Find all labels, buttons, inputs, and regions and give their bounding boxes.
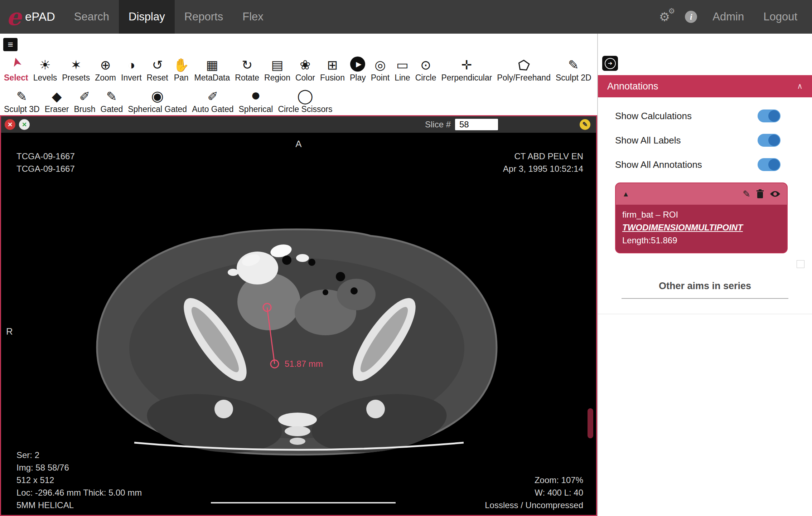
tool-poly-freehand[interactable]: Poly/Freehand <box>494 53 553 83</box>
annotation-name: firm_bat – ROI <box>622 208 780 221</box>
nav-logout[interactable]: Logout <box>754 0 807 34</box>
tool-levels[interactable]: ☀Levels <box>31 53 59 83</box>
patient-id: TCGA-09-1667 <box>16 150 75 162</box>
play-icon: ▶ <box>350 57 365 72</box>
tool-label: Reset <box>147 73 168 83</box>
tool-label: MetaData <box>194 73 230 83</box>
reset-icon: ↺ <box>152 53 163 72</box>
toggle-label: Show All Annotations <box>615 159 702 170</box>
sidebar-collapse-button[interactable]: ➔ <box>602 56 618 71</box>
annotations-panel-header[interactable]: Annotations ∧ <box>598 75 812 97</box>
chevron-up-icon[interactable]: ∧ <box>797 82 803 91</box>
nav-display[interactable]: Display <box>119 0 175 34</box>
brush-icon: ✐ <box>79 84 90 103</box>
epad-logo[interactable]: e <box>6 5 21 29</box>
tool-color[interactable]: ❀Color <box>293 53 318 83</box>
tool-rotate[interactable]: ↻Rotate <box>232 53 262 83</box>
annotation-card[interactable]: ▲ ✎ firm_bat – ROI TWODIMENSIONMULTIPOIN… <box>615 182 788 253</box>
tool-label: Levels <box>33 73 57 83</box>
tool-sculpt-3d[interactable]: ✎Sculpt 3D <box>1 84 42 114</box>
tool-line[interactable]: ▭Line <box>392 53 412 83</box>
collapse-triangle-icon[interactable]: ▲ <box>622 190 629 198</box>
switch-knob <box>768 159 780 170</box>
nav-search[interactable]: Search <box>64 0 119 34</box>
viewer-canvas[interactable]: 51.87 mm A R TCGA-09-1667 TCGA-09-1667 C… <box>1 133 596 515</box>
tool-eraser[interactable]: ◆Eraser <box>42 84 72 114</box>
close-series-icon[interactable]: ✕ <box>5 119 15 130</box>
tool-play[interactable]: ▶Play <box>347 57 368 83</box>
toggle-label: Show Calculations <box>615 111 692 122</box>
tool-pan[interactable]: ✋Pan <box>171 53 192 83</box>
tool-fusion[interactable]: ⊞Fusion <box>318 53 347 83</box>
tool-label: Circle <box>415 73 436 83</box>
pencil-icon: ✎ <box>568 53 579 72</box>
tool-brush[interactable]: ✐Brush <box>71 84 98 114</box>
eye-icon[interactable] <box>770 190 780 198</box>
show-all-labels-switch[interactable] <box>758 134 780 147</box>
series-number: Ser: 2 <box>16 449 142 461</box>
show-all-annotations-switch[interactable] <box>758 158 780 171</box>
tool-point[interactable]: ◎Point <box>368 53 392 83</box>
tool-zoom[interactable]: ⊕Zoom <box>92 53 119 83</box>
settings-gear-icon[interactable]: ⚙⚙ <box>659 10 670 24</box>
zoom-icon: ⊕ <box>100 53 111 72</box>
tool-invert[interactable]: ◑Invert <box>119 53 144 83</box>
tool-label: Zoom <box>95 73 116 83</box>
tool-reset[interactable]: ↺Reset <box>144 53 171 83</box>
trash-icon[interactable] <box>756 189 764 199</box>
app-title: ePAD <box>25 10 55 24</box>
tool-sculpt-2d[interactable]: ✎Sculpt 2D <box>553 53 594 83</box>
tool-presets[interactable]: ✶Presets <box>59 53 92 83</box>
tool-auto-gated[interactable]: ✐Auto Gated <box>189 84 236 114</box>
main-menu: Search Display Reports Flex <box>64 0 273 34</box>
annotations-title: Annotations <box>607 81 658 92</box>
resize-handle[interactable] <box>797 260 804 268</box>
edit-icon[interactable]: ✎ <box>743 189 750 200</box>
rotate-icon: ↻ <box>242 53 252 72</box>
info-icon[interactable]: i <box>685 11 697 23</box>
window-level: W: 400 L: 40 <box>485 486 583 499</box>
cursor-icon: ➤ <box>6 55 26 70</box>
viewer-scrollbar-thumb[interactable] <box>588 408 593 438</box>
measurement-label: 51.87 mm <box>285 359 323 369</box>
tool-perpendicular[interactable]: ✛Perpendicular <box>439 53 494 83</box>
tool-label: Auto Gated <box>192 104 233 114</box>
gear-small-icon: ⚙ <box>668 7 675 15</box>
tool-circle-scissors[interactable]: ◯Circle Scissors <box>275 84 335 114</box>
tool-label: Presets <box>62 73 90 83</box>
tool-label: Rotate <box>235 73 259 83</box>
nav-admin[interactable]: Admin <box>703 0 754 34</box>
edit-annotation-icon[interactable]: ✎ <box>580 119 590 130</box>
perpendicular-icon: ✛ <box>461 53 472 72</box>
annotations-sidebar: ➔ Annotations ∧ Show Calculations Show A… <box>597 34 812 516</box>
toolbar-row-2: ✎Sculpt 3D ◆Eraser ✐Brush ✎Gated ◉Spheri… <box>1 84 335 114</box>
pan-hand-icon: ✋ <box>173 53 189 72</box>
tool-select[interactable]: ➤Select <box>1 53 31 83</box>
tool-region[interactable]: ▤Region <box>262 53 293 83</box>
tool-metadata[interactable]: ▦MetaData <box>192 53 233 83</box>
show-calculations-switch[interactable] <box>758 109 780 122</box>
tool-label: Spherical Gated <box>128 104 187 114</box>
nav-reports[interactable]: Reports <box>175 0 233 34</box>
zoom-level: Zoom: 107% <box>485 474 583 486</box>
ruler-icon: ▭ <box>396 53 409 72</box>
fusion-icon: ⊞ <box>327 53 338 72</box>
annotation-type: TWODIMENSIONMULTIPOINT <box>622 221 780 234</box>
tool-gated[interactable]: ✎Gated <box>98 84 126 114</box>
toolbar-row-1: ➤Select ☀Levels ✶Presets ⊕Zoom ◑Invert ↺… <box>1 53 594 83</box>
nav-flex[interactable]: Flex <box>233 0 273 34</box>
other-aims-title: Other aims in series <box>598 281 812 292</box>
epad-app: e ePAD Search Display Reports Flex ⚙⚙ i … <box>0 0 812 516</box>
study-info-overlay: CT ABD PELV EN Apr 3, 1995 10:52:14 <box>503 150 583 175</box>
detach-series-icon[interactable]: ✕ <box>19 119 30 130</box>
tool-spherical-gated[interactable]: ◉Spherical Gated <box>125 84 189 114</box>
study-datetime: Apr 3, 1995 10:52:14 <box>503 162 583 175</box>
tool-circle[interactable]: ⊙Circle <box>413 53 439 83</box>
toggle-list: Show Calculations Show All Labels Show A… <box>615 104 780 177</box>
tool-spherical[interactable]: ●Spherical <box>236 84 276 114</box>
hamburger-menu-button[interactable]: ≡ <box>3 38 18 51</box>
patient-info-overlay: TCGA-09-1667 TCGA-09-1667 <box>16 150 75 175</box>
tool-label: Sculpt 3D <box>4 104 40 114</box>
arrow-right-icon: ➔ <box>605 58 616 69</box>
slice-number-input[interactable] <box>455 119 498 130</box>
